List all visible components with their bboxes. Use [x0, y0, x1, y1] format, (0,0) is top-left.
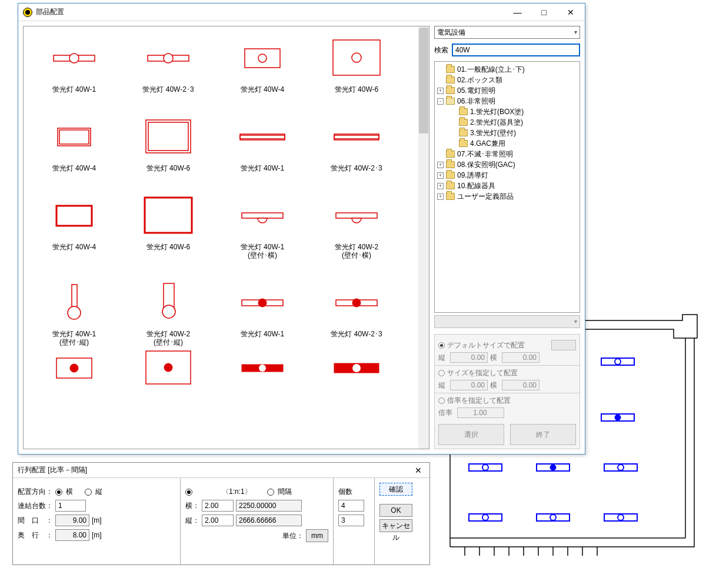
part-item[interactable]: 蛍光灯 40W-2･3	[309, 276, 404, 346]
tree-node[interactable]: 02.ボックス類	[436, 75, 578, 85]
part-item[interactable]: 蛍光灯 40W-1	[215, 110, 309, 172]
expand-icon[interactable]: +	[437, 183, 444, 189]
svg-point-21	[550, 465, 556, 470]
scale-field	[457, 407, 504, 418]
tree-node[interactable]: +ユーザー定義部品	[436, 191, 578, 202]
tree-label: 10.配線器具	[457, 181, 495, 191]
unit-label: 単位：	[282, 531, 304, 541]
part-symbol	[121, 189, 215, 242]
part-item[interactable]: 蛍光灯 40W-2･3	[121, 31, 215, 93]
window-title: 部品配置	[36, 7, 504, 17]
radio-specify-size[interactable]	[438, 370, 445, 376]
tree-node[interactable]: 01.一般配線(立上･下)	[436, 64, 578, 75]
close-button[interactable]: ✕	[408, 466, 428, 475]
size-options-group: デフォルトサイズで配置 縦 横 サイズを指定して配置 縦	[434, 334, 580, 449]
expand-icon[interactable]: +	[437, 162, 444, 168]
count-v-field[interactable]	[338, 514, 364, 526]
radio-horizontal[interactable]	[55, 489, 62, 496]
radio-vertical[interactable]	[85, 489, 92, 496]
titlebar[interactable]: 部品配置 — □ ✕	[18, 4, 585, 21]
titlebar[interactable]: 行列配置 [比率－間隔] ✕	[13, 463, 429, 478]
maximize-button[interactable]: □	[531, 4, 557, 21]
expand-icon[interactable]: +	[437, 88, 444, 94]
svg-point-25	[482, 514, 488, 520]
part-item[interactable]: 蛍光灯 40W-2 (壁付･縦)	[121, 276, 215, 346]
part-item[interactable]: 蛍光灯 40W-6	[121, 189, 215, 259]
folder-icon	[459, 119, 468, 126]
scrollbar-thumb[interactable]	[419, 28, 428, 133]
part-item[interactable]: 蛍光灯 40W-4	[27, 110, 121, 172]
link-count-field[interactable]	[55, 500, 86, 512]
part-item[interactable]	[27, 350, 121, 385]
part-item[interactable]	[121, 350, 215, 385]
part-item[interactable]: 蛍光灯 40W-4	[27, 189, 121, 259]
tree-node[interactable]: +10.配線器具	[436, 181, 578, 191]
v-label: 縦	[438, 353, 448, 363]
exit-button[interactable]: 終了	[510, 424, 576, 445]
part-item[interactable]: 蛍光灯 40W-4	[215, 31, 309, 93]
tree-node[interactable]: +05.電灯照明	[436, 85, 578, 96]
tree-node[interactable]: +08.保安照明(GAC)	[436, 159, 578, 170]
select-button[interactable]: 選択	[438, 424, 504, 445]
svg-point-57	[352, 299, 361, 307]
scrollbar[interactable]	[418, 26, 429, 449]
radio-default-size[interactable]	[438, 342, 445, 349]
window-title: 行列配置 [比率－間隔]	[18, 465, 408, 475]
svg-point-31	[69, 54, 79, 63]
confirm-button[interactable]: 確認	[379, 483, 412, 496]
folder-icon	[446, 193, 455, 200]
collapse-icon[interactable]: -	[437, 98, 444, 105]
folder-icon	[459, 129, 468, 136]
part-item[interactable]: 蛍光灯 40W-1 (壁付･縦)	[27, 276, 121, 346]
part-item[interactable]: 蛍光灯 40W-6	[309, 31, 404, 93]
tree-label: 07.不滅･非常照明	[457, 149, 513, 159]
tree-node[interactable]: 3.蛍光灯(壁付)	[436, 128, 578, 138]
category-dropdown[interactable]: 電気設備 ▾	[434, 26, 580, 39]
tree-node[interactable]: 07.不滅･非常照明	[436, 149, 578, 159]
part-symbol	[309, 31, 404, 84]
tree-node[interactable]: +09.誘導灯	[436, 170, 578, 181]
svg-rect-52	[164, 283, 174, 308]
part-item[interactable]: 蛍光灯 40W-1 (壁付･横)	[215, 189, 309, 259]
chevron-down-icon: ▾	[574, 29, 577, 35]
part-item[interactable]: 蛍光灯 40W-2 (壁付･横)	[309, 189, 404, 259]
folder-icon	[446, 87, 455, 94]
part-label: 蛍光灯 40W-1	[27, 85, 121, 93]
part-item[interactable]	[309, 350, 404, 385]
default-size-button[interactable]	[551, 340, 576, 350]
opening-field[interactable]	[55, 514, 89, 526]
part-item[interactable]: 蛍光灯 40W-1	[215, 276, 309, 346]
part-label: 蛍光灯 40W-1 (壁付･横)	[215, 243, 309, 259]
folder-icon	[446, 151, 455, 158]
expand-icon[interactable]: +	[437, 172, 444, 179]
ok-button[interactable]: OK	[379, 504, 412, 517]
part-symbol	[121, 350, 215, 385]
part-item[interactable]: 蛍光灯 40W-1	[27, 31, 121, 93]
subcategory-dropdown[interactable]: ▾	[434, 315, 580, 328]
search-input[interactable]	[452, 44, 580, 56]
part-item[interactable]: 蛍光灯 40W-2･3	[309, 110, 404, 172]
minimize-button[interactable]: —	[504, 4, 531, 21]
ratio-h-field[interactable]	[202, 500, 234, 512]
depth-field[interactable]	[55, 529, 89, 541]
radio-ratio[interactable]	[185, 489, 192, 496]
tree-node[interactable]: 4.GAC兼用	[436, 138, 578, 149]
close-button[interactable]: ✕	[557, 4, 584, 21]
part-item[interactable]	[215, 350, 309, 385]
radio-scale[interactable]	[438, 397, 445, 404]
unit-button[interactable]: mm	[306, 529, 328, 542]
cancel-button[interactable]: キャンセル	[379, 519, 412, 532]
tree-node[interactable]: -06.非常照明	[436, 96, 578, 106]
ratio-v-field[interactable]	[202, 514, 234, 526]
radio-interval[interactable]	[267, 489, 274, 496]
part-symbol	[215, 276, 309, 329]
expand-icon[interactable]: +	[437, 193, 444, 200]
svg-point-51	[68, 306, 81, 319]
category-tree[interactable]: 01.一般配線(立上･下)02.ボックス類+05.電灯照明-06.非常照明1.蛍…	[434, 61, 580, 313]
part-symbol	[309, 110, 404, 163]
count-h-field[interactable]	[338, 500, 364, 512]
tree-node[interactable]: 2.蛍光灯(器具塗)	[436, 117, 578, 128]
scale-field-label: 倍率	[438, 408, 455, 418]
part-item[interactable]: 蛍光灯 40W-6	[121, 110, 215, 172]
tree-node[interactable]: 1.蛍光灯(BOX塗)	[436, 106, 578, 117]
